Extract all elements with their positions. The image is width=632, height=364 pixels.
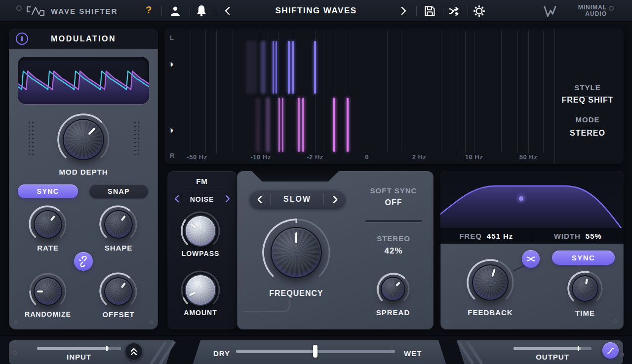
spectrum-bar-right — [347, 98, 349, 152]
spectrum-bar-right — [302, 98, 304, 152]
style-value[interactable]: FREQ SHIFT — [561, 96, 613, 105]
spectrum-analyzer-panel: L ◑ ◑ R -50 Hz-10 Hz-2 Hz02 Hz10 Hz50 Hz… — [164, 29, 624, 164]
right-channel-icon[interactable]: ◑ — [168, 125, 173, 135]
texture-dots-right — [133, 121, 140, 155]
spectrum-bar-right — [298, 98, 300, 152]
freq-value[interactable]: 451 Hz — [487, 232, 514, 240]
feedback-knob[interactable] — [466, 258, 514, 307]
speed-selector[interactable]: SLOW — [249, 190, 346, 209]
output-label: OUTPUT — [536, 353, 569, 361]
spectrum-bar-left — [273, 41, 274, 94]
mod-depth-knob[interactable] — [57, 113, 110, 166]
right-channel-label: R — [170, 152, 174, 159]
time-knob[interactable] — [567, 270, 603, 307]
top-bar: WAVE SHIFTER ? SHIFTING WAVES — [0, 0, 632, 22]
stereo-value[interactable]: 42% — [384, 246, 402, 256]
filter-handle[interactable] — [517, 195, 525, 202]
wet-label: WET — [404, 349, 422, 358]
speed-prev-icon[interactable] — [256, 195, 263, 204]
rate-knob[interactable] — [29, 205, 67, 244]
left-channel-icon[interactable]: ◑ — [168, 59, 173, 69]
freq-tick: 10 Hz — [465, 153, 483, 161]
soft-sync-slider[interactable] — [365, 220, 422, 222]
app-title: WAVE SHIFTER — [51, 7, 118, 15]
time-label: TIME — [575, 309, 595, 317]
input-gain-slider[interactable] — [37, 347, 121, 350]
dry-wet-slider[interactable] — [236, 350, 395, 353]
spectrum-bar-left — [246, 41, 257, 94]
panel-groove — [243, 298, 290, 312]
feedback-label: FEEDBACK — [468, 308, 513, 317]
spread-label: SPREAD — [376, 308, 410, 317]
preset-prev-icon[interactable] — [223, 6, 232, 16]
width-value[interactable]: 55% — [586, 232, 602, 240]
fm-amount-knob[interactable] — [180, 270, 221, 310]
soft-sync-label: SOFT SYNC — [370, 186, 417, 195]
texture-dots-left — [28, 121, 34, 155]
spectrum-bar-left — [288, 41, 290, 94]
shape-knob[interactable] — [99, 205, 138, 244]
randomize-label: RANDOMIZE — [25, 310, 71, 318]
output-gain-slider[interactable] — [514, 347, 592, 350]
spectrum-bar-right — [333, 98, 335, 152]
randomize-knob[interactable] — [29, 272, 67, 311]
fm-source-prev-icon[interactable] — [173, 195, 180, 203]
amount-label: AMOUNT — [184, 309, 217, 317]
spectrum-bar-right — [255, 98, 261, 152]
preset-name[interactable]: SHIFTING WAVES — [275, 6, 356, 16]
settings-gear-icon[interactable] — [473, 4, 486, 18]
spectrum-bar-left — [261, 41, 266, 94]
help-button[interactable]: ? — [146, 4, 152, 16]
mod-sync-button[interactable]: SYNC — [18, 184, 78, 198]
spectrum-bar-right — [278, 98, 280, 152]
input-segment — [9, 340, 174, 364]
spectrum-bar-right — [266, 98, 270, 152]
width-label: WIDTH — [554, 232, 581, 240]
fm-source-value[interactable]: NOISE — [190, 195, 214, 203]
offset-knob[interactable] — [99, 272, 138, 311]
minimal-audio-logo-icon — [543, 5, 557, 18]
freq-tick: -10 Hz — [250, 153, 271, 161]
input-label: INPUT — [67, 353, 91, 361]
dry-label: DRY — [213, 349, 230, 358]
dry-wet-handle[interactable] — [313, 345, 317, 358]
style-label: STYLE — [574, 83, 600, 92]
fm-lowpass-knob[interactable] — [180, 211, 221, 251]
screw-top-left — [16, 5, 22, 11]
modulation-header: MODULATION — [9, 29, 158, 49]
modulation-power-icon[interactable] — [16, 33, 28, 45]
speed-value[interactable]: SLOW — [283, 195, 311, 204]
mode-label: MODE — [576, 115, 600, 124]
freq-tick: -50 Hz — [187, 153, 207, 161]
brand-text: MINIMAL AUDIO — [559, 4, 607, 17]
rate-label: RATE — [37, 244, 59, 252]
time-sync-button[interactable]: SYNC — [552, 251, 615, 265]
rate-link-icon[interactable] — [74, 252, 93, 271]
crossfade-mod-icon[interactable] — [522, 250, 540, 268]
spectrum-bar-left — [314, 41, 316, 94]
spectrum-bar-left — [292, 41, 294, 94]
soft-sync-value[interactable]: OFF — [385, 198, 402, 207]
soft-clip-icon[interactable] — [602, 342, 619, 359]
expand-panel-button[interactable] — [125, 343, 143, 361]
save-icon[interactable] — [423, 4, 436, 18]
account-icon[interactable] — [170, 5, 181, 16]
preset-next-icon[interactable] — [399, 6, 408, 16]
lowpass-label: LOWPASS — [182, 250, 220, 257]
freq-tick: -2 Hz — [307, 153, 323, 161]
wave-shifter-logo-icon — [26, 5, 45, 17]
mode-value[interactable]: STEREO — [570, 129, 605, 138]
randomize-preset-shuffle-icon[interactable] — [448, 5, 461, 18]
spectrum-bar-left — [276, 41, 277, 94]
notifications-bell-icon[interactable] — [196, 5, 207, 17]
mod-snap-button[interactable]: SNAP — [89, 184, 148, 198]
frequency-label: FREQUENCY — [269, 289, 323, 298]
frequency-knob[interactable] — [262, 218, 331, 287]
fm-source-next-icon[interactable] — [224, 195, 231, 203]
plugin-window: WAVE SHIFTER ? SHIFTING WAVES — [0, 0, 632, 364]
offset-label: OFFSET — [102, 310, 134, 319]
spread-knob[interactable] — [376, 272, 410, 306]
speed-next-icon[interactable] — [332, 195, 339, 204]
shape-label: SHAPE — [105, 244, 133, 252]
filter-curve — [440, 171, 624, 228]
